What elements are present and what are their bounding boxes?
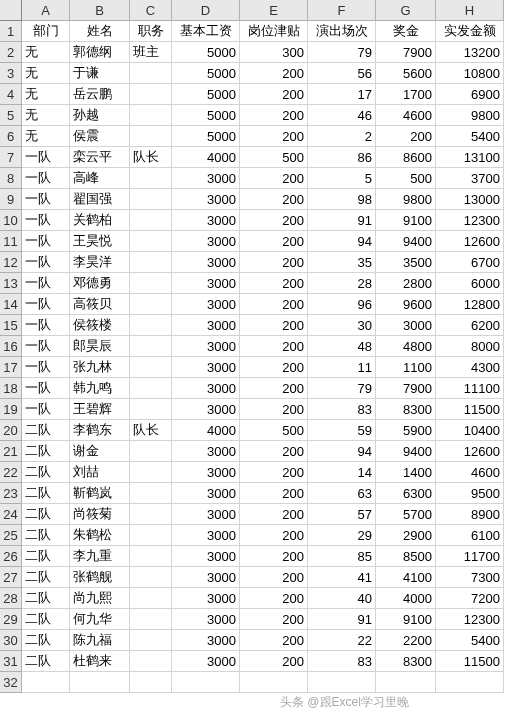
cell-shows[interactable]: 63 xyxy=(308,483,376,504)
cell-total[interactable]: 6900 xyxy=(436,84,504,105)
cell-name[interactable]: 张九林 xyxy=(70,357,130,378)
cell-name[interactable]: 王碧辉 xyxy=(70,399,130,420)
cell-base[interactable]: 3000 xyxy=(172,357,240,378)
cell-empty[interactable] xyxy=(70,672,130,693)
cell-name[interactable]: 高筱贝 xyxy=(70,294,130,315)
table-header-cell[interactable]: 演出场次 xyxy=(308,21,376,42)
cell-title[interactable]: 班主 xyxy=(130,42,172,63)
spreadsheet-grid[interactable]: ABCDEFGH1部门姓名职务基本工资岗位津贴演出场次奖金实发金额2无郭德纲班主… xyxy=(0,0,525,693)
cell-empty[interactable] xyxy=(308,672,376,693)
cell-base[interactable]: 3000 xyxy=(172,546,240,567)
cell-title[interactable] xyxy=(130,168,172,189)
cell-name[interactable]: 谢金 xyxy=(70,441,130,462)
cell-bonus[interactable]: 4600 xyxy=(376,105,436,126)
cell-shows[interactable]: 83 xyxy=(308,651,376,672)
cell-dept[interactable]: 无 xyxy=(22,84,70,105)
cell-bonus[interactable]: 7900 xyxy=(376,378,436,399)
cell-bonus[interactable]: 8300 xyxy=(376,399,436,420)
cell-bonus[interactable]: 8500 xyxy=(376,546,436,567)
cell-total[interactable]: 12600 xyxy=(436,231,504,252)
table-header-cell[interactable]: 部门 xyxy=(22,21,70,42)
cell-total[interactable]: 9500 xyxy=(436,483,504,504)
row-header[interactable]: 14 xyxy=(0,294,22,315)
cell-base[interactable]: 5000 xyxy=(172,42,240,63)
cell-name[interactable]: 李昊洋 xyxy=(70,252,130,273)
cell-allow[interactable]: 200 xyxy=(240,462,308,483)
row-header[interactable]: 9 xyxy=(0,189,22,210)
table-header-cell[interactable]: 岗位津贴 xyxy=(240,21,308,42)
cell-dept[interactable]: 一队 xyxy=(22,231,70,252)
cell-name[interactable]: 王昊悦 xyxy=(70,231,130,252)
cell-bonus[interactable]: 7900 xyxy=(376,42,436,63)
cell-allow[interactable]: 200 xyxy=(240,567,308,588)
cell-title[interactable] xyxy=(130,462,172,483)
cell-bonus[interactable]: 5900 xyxy=(376,420,436,441)
cell-name[interactable]: 张鹤舰 xyxy=(70,567,130,588)
cell-total[interactable]: 6000 xyxy=(436,273,504,294)
col-header-D[interactable]: D xyxy=(172,0,240,21)
cell-title[interactable] xyxy=(130,567,172,588)
cell-allow[interactable]: 300 xyxy=(240,42,308,63)
cell-shows[interactable]: 17 xyxy=(308,84,376,105)
cell-shows[interactable]: 59 xyxy=(308,420,376,441)
cell-dept[interactable]: 二队 xyxy=(22,609,70,630)
cell-dept[interactable]: 一队 xyxy=(22,357,70,378)
cell-name[interactable]: 翟国强 xyxy=(70,189,130,210)
cell-allow[interactable]: 200 xyxy=(240,315,308,336)
row-header[interactable]: 5 xyxy=(0,105,22,126)
cell-allow[interactable]: 200 xyxy=(240,504,308,525)
cell-base[interactable]: 3000 xyxy=(172,462,240,483)
cell-name[interactable]: 邓德勇 xyxy=(70,273,130,294)
cell-allow[interactable]: 200 xyxy=(240,609,308,630)
cell-total[interactable]: 3700 xyxy=(436,168,504,189)
cell-name[interactable]: 侯震 xyxy=(70,126,130,147)
table-header-cell[interactable]: 姓名 xyxy=(70,21,130,42)
cell-dept[interactable]: 二队 xyxy=(22,630,70,651)
cell-dept[interactable]: 二队 xyxy=(22,525,70,546)
cell-base[interactable]: 3000 xyxy=(172,252,240,273)
row-header[interactable]: 3 xyxy=(0,63,22,84)
cell-shows[interactable]: 91 xyxy=(308,210,376,231)
cell-dept[interactable]: 无 xyxy=(22,126,70,147)
cell-empty[interactable] xyxy=(172,672,240,693)
cell-total[interactable]: 12600 xyxy=(436,441,504,462)
cell-shows[interactable]: 96 xyxy=(308,294,376,315)
cell-title[interactable] xyxy=(130,588,172,609)
row-header[interactable]: 23 xyxy=(0,483,22,504)
cell-allow[interactable]: 200 xyxy=(240,651,308,672)
row-header[interactable]: 8 xyxy=(0,168,22,189)
cell-base[interactable]: 3000 xyxy=(172,399,240,420)
cell-total[interactable]: 13000 xyxy=(436,189,504,210)
cell-shows[interactable]: 86 xyxy=(308,147,376,168)
cell-total[interactable]: 11100 xyxy=(436,378,504,399)
cell-name[interactable]: 朱鹤松 xyxy=(70,525,130,546)
cell-shows[interactable]: 40 xyxy=(308,588,376,609)
cell-bonus[interactable]: 2800 xyxy=(376,273,436,294)
cell-bonus[interactable]: 9600 xyxy=(376,294,436,315)
cell-bonus[interactable]: 8600 xyxy=(376,147,436,168)
cell-bonus[interactable]: 2900 xyxy=(376,525,436,546)
cell-dept[interactable]: 一队 xyxy=(22,168,70,189)
cell-dept[interactable]: 一队 xyxy=(22,147,70,168)
cell-name[interactable]: 于谦 xyxy=(70,63,130,84)
cell-name[interactable]: 孙越 xyxy=(70,105,130,126)
cell-dept[interactable]: 一队 xyxy=(22,273,70,294)
cell-name[interactable]: 栾云平 xyxy=(70,147,130,168)
cell-total[interactable]: 5400 xyxy=(436,126,504,147)
cell-allow[interactable]: 200 xyxy=(240,525,308,546)
cell-empty[interactable] xyxy=(130,672,172,693)
row-header[interactable]: 28 xyxy=(0,588,22,609)
cell-allow[interactable]: 200 xyxy=(240,357,308,378)
cell-base[interactable]: 5000 xyxy=(172,84,240,105)
cell-bonus[interactable]: 9800 xyxy=(376,189,436,210)
cell-total[interactable]: 11700 xyxy=(436,546,504,567)
cell-bonus[interactable]: 200 xyxy=(376,126,436,147)
cell-bonus[interactable]: 500 xyxy=(376,168,436,189)
cell-total[interactable]: 10400 xyxy=(436,420,504,441)
cell-title[interactable] xyxy=(130,105,172,126)
cell-empty[interactable] xyxy=(22,672,70,693)
cell-base[interactable]: 3000 xyxy=(172,189,240,210)
row-header[interactable]: 18 xyxy=(0,378,22,399)
row-header[interactable]: 13 xyxy=(0,273,22,294)
cell-name[interactable]: 韩九鸣 xyxy=(70,378,130,399)
